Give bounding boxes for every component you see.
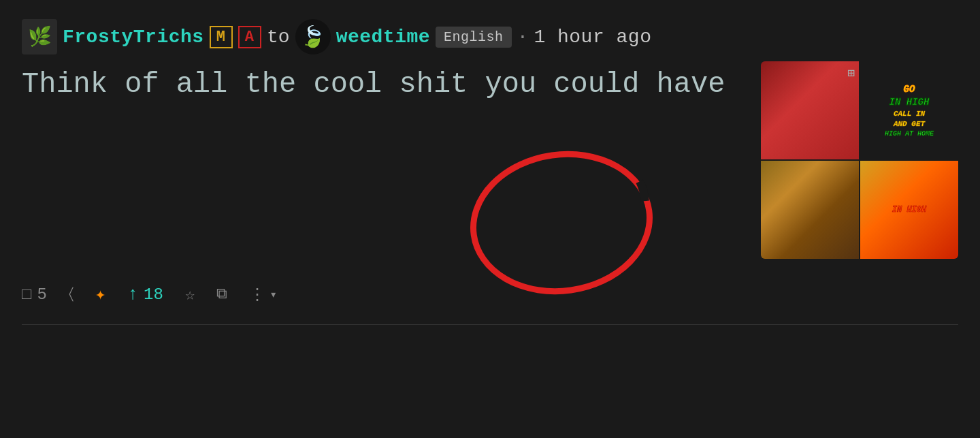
username[interactable]: FrostyTrichs	[63, 27, 204, 48]
image-cell-4: IN HIGH	[860, 161, 958, 259]
post-time: 1 hour ago	[534, 27, 651, 48]
post-container: 🌿 FrostyTrichs M A to 🍃 weedtime English…	[0, 0, 980, 325]
admin-badge: A	[238, 26, 261, 48]
copy-icon: ⧉	[216, 285, 227, 303]
community-name[interactable]: weedtime	[336, 27, 430, 48]
star-button[interactable]: ☆	[185, 285, 195, 304]
post-text: Think of all the cool shit you could hav…	[22, 67, 745, 103]
star-icon: ☆	[185, 285, 195, 304]
upvote-icon: ↑	[127, 284, 138, 304]
image-cell-3	[761, 161, 859, 259]
meme-text-go: GO	[904, 84, 915, 95]
meme-text-and-get: AND GET	[894, 120, 925, 128]
more-options-button[interactable]: ⋮ ▾	[249, 285, 277, 304]
copy-button[interactable]: ⧉	[216, 285, 227, 303]
meme-text-high-at-home: HIGH AT HOME	[885, 130, 934, 138]
image-cell-2: GO IN HIGH CALL IN AND GET HIGH AT HOME	[860, 61, 958, 159]
dot-separator: ·	[517, 27, 529, 48]
user-avatar[interactable]: 🌿	[22, 19, 57, 54]
post-image-grid[interactable]: ⊞ GO IN HIGH CALL IN AND GET HIGH AT HOM…	[761, 61, 958, 259]
comment-icon: □	[22, 285, 31, 304]
boost-button[interactable]: ✦	[95, 283, 106, 305]
action-bar: □ 5 〈 ✦ ↑ 18 ☆ ⧉ ⋮ ▾	[22, 283, 958, 319]
language-badge: English	[436, 27, 512, 48]
post-content-row: Think of all the cool shit you could hav…	[22, 61, 958, 259]
to-label: to	[267, 27, 290, 48]
post-header: 🌿 FrostyTrichs M A to 🍃 weedtime English…	[22, 19, 958, 54]
chevron-down-icon: ▾	[270, 287, 277, 302]
mod-badge: M	[210, 26, 233, 48]
meme-text-in-high: IN HIGH	[889, 97, 930, 108]
upvote-button[interactable]: ↑ 18	[127, 284, 163, 304]
community-avatar[interactable]: 🍃	[295, 19, 331, 54]
image-cell-1: ⊞	[761, 61, 859, 159]
upvote-count: 18	[144, 285, 163, 304]
share-icon: 〈	[69, 285, 74, 303]
comment-count: 5	[37, 285, 46, 304]
image-expand-icon: ⊞	[847, 65, 855, 80]
more-dots-icon: ⋮	[249, 285, 267, 304]
share-button[interactable]: 〈	[69, 285, 74, 303]
comment-button[interactable]: □ 5	[22, 285, 47, 304]
meme-text-call-in: CALL IN	[894, 110, 925, 118]
post-divider	[22, 324, 958, 325]
boost-icon: ✦	[95, 283, 106, 305]
